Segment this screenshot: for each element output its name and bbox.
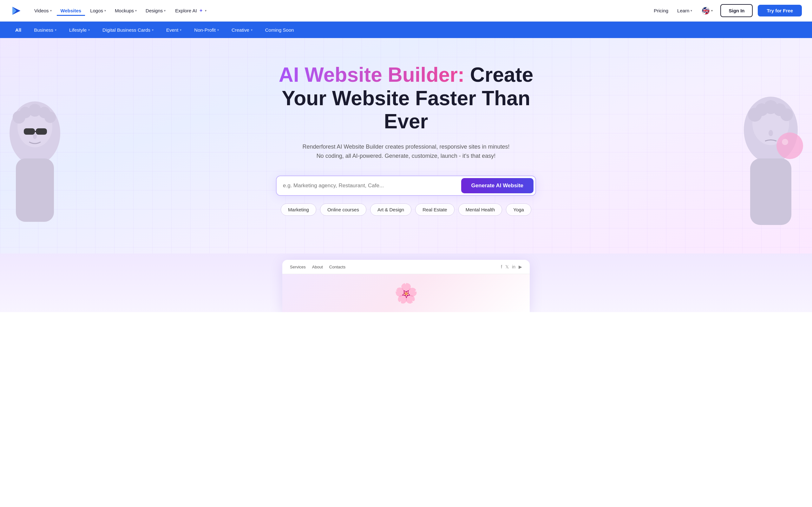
svg-rect-10 — [24, 128, 35, 135]
chevron-down-icon: ▾ — [50, 9, 52, 12]
subnav-lifestyle[interactable]: Lifestyle ▾ — [64, 25, 95, 35]
youtube-icon: ▶ — [519, 264, 522, 269]
nav-videos-wrapper: Videos ▾ — [31, 5, 55, 16]
chevron-down-icon: ▾ — [691, 9, 692, 12]
nav-explore-ai[interactable]: Explore AI ✦ ▾ — [171, 5, 211, 16]
nav-mockups[interactable]: Mockups ▾ — [111, 5, 141, 16]
hero-subtitle: Renderforest AI Website Builder creates … — [298, 142, 514, 161]
nav-right-section: Pricing Learn ▾ 🇬🇧 ▾ Sign In Try for Fre… — [652, 4, 802, 17]
svg-rect-3 — [16, 158, 54, 222]
chevron-down-icon: ▾ — [217, 28, 219, 32]
sign-in-button[interactable]: Sign In — [720, 4, 753, 17]
top-navigation: Videos ▾ Websites Logos ▾ Mockups ▾ Desi… — [0, 0, 812, 21]
preview-content-area: 🌸 — [282, 274, 530, 312]
statue-left-decoration — [0, 95, 76, 253]
preview-link-about: About — [312, 265, 323, 269]
generate-ai-website-button[interactable]: Generate AI Website — [461, 178, 534, 193]
svg-point-9 — [44, 112, 56, 123]
chevron-down-icon: ▾ — [135, 9, 137, 12]
chevron-down-icon: ▾ — [164, 9, 165, 12]
quick-tag-real-estate[interactable]: Real Estate — [415, 204, 455, 216]
svg-point-13 — [33, 133, 37, 139]
main-nav-links: Videos ▾ Websites Logos ▾ Mockups ▾ Desi… — [31, 5, 652, 16]
subnav-event[interactable]: Event ▾ — [161, 25, 187, 35]
subnav-all[interactable]: All — [10, 25, 26, 35]
svg-point-24 — [768, 130, 773, 136]
nav-websites[interactable]: Websites — [57, 5, 85, 16]
subnav-creative[interactable]: Creative ▾ — [226, 25, 258, 35]
subnav-nonprofit[interactable]: Non-Profit ▾ — [189, 25, 224, 35]
subnav-business[interactable]: Business ▾ — [29, 25, 61, 35]
twitter-x-icon: 𝕏 — [505, 264, 509, 269]
try-for-free-button[interactable]: Try for Free — [758, 5, 802, 16]
chevron-down-icon: ▾ — [205, 9, 206, 12]
preview-card-nav: Services About Contacts f 𝕏 in ▶ — [282, 260, 530, 274]
hero-section: AI Website Builder: Create Your Website … — [0, 38, 812, 253]
sub-navigation: All Business ▾ Lifestyle ▾ Digital Busin… — [0, 21, 812, 38]
decorative-flower-icon: 🌸 — [394, 282, 418, 304]
linkedin-icon: in — [512, 264, 515, 269]
preview-link-services: Services — [290, 265, 306, 269]
quick-tag-mental-health[interactable]: Mental Health — [458, 204, 502, 216]
quick-tags-list: Marketing Online courses Art & Design Re… — [281, 204, 531, 216]
search-input[interactable] — [283, 182, 461, 189]
svg-point-22 — [776, 132, 803, 159]
statue-right-decoration — [726, 92, 812, 253]
nav-logos[interactable]: Logos ▾ — [86, 5, 110, 16]
nav-learn[interactable]: Learn ▾ — [675, 5, 694, 16]
preview-nav-links: Services About Contacts — [290, 265, 345, 269]
chevron-down-icon: ▾ — [711, 9, 713, 12]
nav-designs-wrapper: Designs ▾ — [142, 5, 169, 16]
ai-star-icon: ✦ — [199, 8, 203, 14]
chevron-down-icon: ▾ — [88, 28, 90, 32]
svg-rect-11 — [36, 128, 47, 135]
hero-title: AI Website Builder: Create Your Website … — [263, 63, 549, 133]
chevron-down-icon: ▾ — [152, 28, 154, 32]
hero-title-gradient: AI Website Builder: — [279, 63, 465, 86]
flag-uk-icon: 🇬🇧 — [702, 7, 710, 15]
nav-designs[interactable]: Designs ▾ — [142, 5, 169, 16]
nav-websites-wrapper: Websites — [57, 5, 85, 16]
quick-tag-online-courses[interactable]: Online courses — [320, 204, 366, 216]
quick-tag-art-design[interactable]: Art & Design — [370, 204, 411, 216]
chevron-down-icon: ▾ — [180, 28, 182, 32]
nav-logos-wrapper: Logos ▾ — [86, 5, 110, 16]
chevron-down-icon: ▾ — [251, 28, 252, 32]
nav-pricing[interactable]: Pricing — [652, 5, 670, 16]
chevron-down-icon: ▾ — [55, 28, 56, 32]
website-preview-section: Services About Contacts f 𝕏 in ▶ 🌸 — [0, 253, 812, 312]
nav-mockups-wrapper: Mockups ▾ — [111, 5, 141, 16]
chevron-down-icon: ▾ — [104, 9, 106, 12]
logo[interactable] — [10, 5, 21, 16]
website-generator-search-bar: Generate AI Website — [276, 176, 536, 196]
preview-social-icons: f 𝕏 in ▶ — [501, 264, 522, 269]
preview-link-contacts: Contacts — [329, 265, 345, 269]
facebook-icon: f — [501, 264, 502, 269]
subnav-digital-business-cards[interactable]: Digital Business Cards ▾ — [97, 25, 159, 35]
preview-card: Services About Contacts f 𝕏 in ▶ 🌸 — [282, 260, 530, 312]
svg-point-21 — [780, 108, 793, 121]
subnav-coming-soon[interactable]: Coming Soon — [260, 25, 299, 35]
language-selector[interactable]: 🇬🇧 ▾ — [699, 5, 715, 17]
svg-point-23 — [782, 139, 788, 145]
nav-videos[interactable]: Videos ▾ — [31, 5, 55, 16]
quick-tag-yoga[interactable]: Yoga — [506, 204, 531, 216]
svg-rect-15 — [750, 158, 792, 225]
quick-tag-marketing[interactable]: Marketing — [281, 204, 316, 216]
